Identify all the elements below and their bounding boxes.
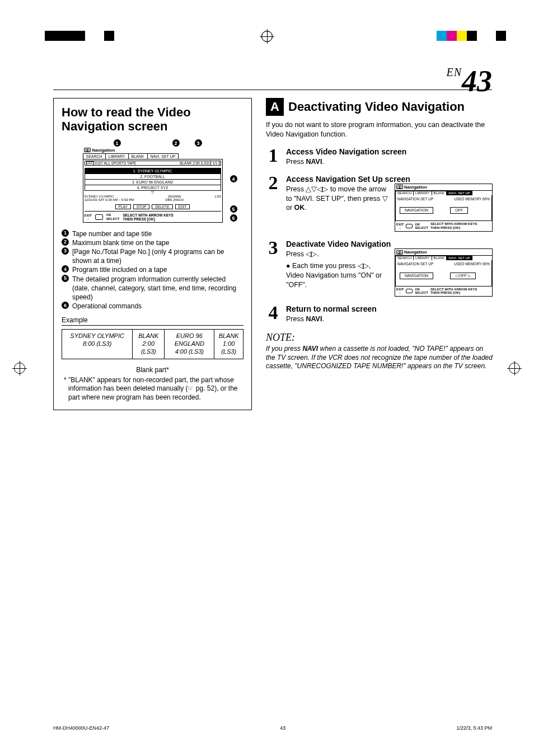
example-seg-4: BLANK 1:00 (LS3)	[214, 330, 243, 358]
step-2-osd: Navigation SEARCH LIBRARY BLANK NAVI. SE…	[395, 184, 493, 232]
registration-crosshair-bottom	[261, 31, 273, 42]
step-3-title: Deactivate Video Navigation	[286, 240, 493, 248]
page-number: EN43	[446, 66, 492, 96]
cmd-stop: STOP	[133, 204, 150, 209]
step-3-osd: Navigation SEARCH LIBRARY BLANK NAVI. SE…	[395, 248, 493, 297]
nav-footer-help: EXIT OKSELECT SELECT WITH ARROW KEYS THE…	[85, 211, 221, 221]
cassette-icon	[84, 148, 91, 152]
arrow-down-icon: ↓	[399, 291, 401, 294]
remote-icon	[95, 214, 103, 220]
tape-info-row: VHS 0107 ALL SPORTS TAPE BLANK 2:00 (LS3…	[85, 161, 221, 166]
legend-6: Operational commands	[72, 302, 142, 311]
step-4-title: Return to normal screen	[286, 304, 493, 313]
cassette-icon	[396, 250, 403, 255]
step-3-text: Press ◁▷. Each time you press ◁▷, Video …	[286, 250, 390, 297]
section-header: A Deactivating Video Navigation	[266, 98, 493, 116]
example-seg-2: BLANK 2:00 (LS3)	[133, 330, 165, 358]
legend-4: Program title included on a tape	[72, 265, 167, 274]
tape-title: ALL SPORTS TAPE	[104, 161, 137, 165]
registration-crosshair-right	[507, 361, 522, 375]
arrow-down-icon	[87, 217, 89, 220]
cassette-icon	[396, 185, 403, 189]
tab-search: SEARCH	[83, 153, 106, 159]
nav-screen-diagram: 1 2 3 4 5 6 Navigation SEARCH LIBRARY BL…	[83, 139, 223, 223]
detail-time: 12/21/02 SAT 6:30 AM – 5:53 PM	[85, 198, 134, 201]
section-letter: A	[266, 98, 284, 116]
tape-id: 0107	[95, 161, 103, 165]
cmd-edit: EDIT	[175, 204, 190, 209]
footer-ok: OK	[106, 213, 120, 217]
pager: 1/1	[210, 161, 219, 166]
footer-file: HM-DH40000U-EN42-47	[53, 725, 109, 731]
arrow-down-icon: ↓	[399, 226, 401, 229]
callout-2: 2	[172, 137, 180, 144]
tab-library: LIBRARY	[105, 153, 129, 159]
detail-speed: LS3	[215, 195, 221, 201]
detail-row: SYDNEY OLYMPIC 12/21/02 SAT 6:30 AM – 5:…	[85, 194, 221, 202]
registration-crosshair-left	[12, 361, 27, 375]
cmd-play: PLAY	[115, 204, 131, 209]
note-heading: NOTE:	[266, 332, 493, 344]
callout-1: 1	[114, 137, 121, 144]
step-3: 3 Deactivate Video Navigation Press ◁▷. …	[266, 240, 493, 297]
footer-datetime: 1/22/3, 5:43 PM	[456, 725, 492, 731]
legend-list: 1Tape number and tape title 2Maximum bla…	[62, 229, 243, 311]
legend-1: Tape number and tape title	[72, 229, 152, 238]
example-seg-3: EURO 96 ENGLAND 4:00 (LS3)	[165, 330, 214, 358]
note-text: If you press NAVI when a cassette is not…	[266, 345, 493, 371]
legend-3: [Page No./Total Page No.] (only 4 progra…	[72, 247, 243, 265]
step-1-text: Press NAVI.	[286, 157, 493, 167]
blank-part-label: Blank part*	[136, 366, 169, 374]
footer-help-text: SELECT WITH ARROW KEYS THEN PRESS [OK]	[123, 213, 174, 221]
step-1: 1 Access Video Navigation screen Press N…	[266, 147, 493, 167]
tab-blank: BLANK	[128, 153, 148, 159]
header-rule	[53, 90, 492, 90]
blank-footnote: * "BLANK" appears for non-recorded part,…	[62, 376, 243, 402]
section-title: Deactivating Video Navigation	[288, 100, 465, 114]
callout-4: 4	[230, 173, 237, 180]
example-tape-diagram: SYDNEY OLYMPIC 8:00 (LS3) BLANK 2:00 (LS…	[62, 329, 243, 359]
remote-icon	[406, 289, 413, 293]
detail-mid: (5H20M) DBS 246CH	[165, 195, 184, 201]
callout-3: 3	[195, 137, 202, 144]
example-seg-1: SYDNEY OLYMPIC 8:00 (LS3)	[62, 330, 133, 358]
print-footer: HM-DH40000U-EN42-47 43 1/22/3, 5:43 PM	[53, 725, 492, 731]
program-list: 1. SYDNEY OLYMPIC 2. FOOTBALL 3. EURO 96…	[85, 168, 221, 195]
step-2-title: Access Navigation Set Up screen	[286, 175, 493, 184]
legend-2: Maximum blank time on the tape	[72, 238, 169, 247]
legend-5: The detailed program information current…	[72, 275, 243, 302]
page-lang-prefix: EN	[446, 66, 462, 78]
footer-select-label: SELECT	[106, 217, 120, 221]
registration-bar-right	[437, 31, 506, 41]
tab-navisetup: NAVI. SET UP	[147, 153, 179, 159]
callout-5: 5	[230, 203, 237, 210]
command-row: PLAY STOP DELETE EDIT	[85, 204, 221, 209]
callout-6: 6	[230, 212, 237, 219]
page-number-value: 43	[462, 64, 492, 98]
blank-time: BLANK 2:00 (LS3)	[180, 161, 209, 165]
cmd-delete: DELETE	[152, 204, 172, 209]
section-intro: If you do not want to store program info…	[266, 120, 493, 139]
step-4: 4 Return to normal screen Press NAVI.	[266, 304, 493, 324]
nav-screen-title: Navigation	[83, 147, 223, 153]
step-2: 2 Access Navigation Set Up screen Press …	[266, 175, 493, 232]
registration-bar-left	[45, 31, 114, 41]
step-2-text: Press △▽◁▷ to move the arrow to "NAVI. S…	[286, 185, 390, 232]
how-to-read-title: How to read the Video Navigation screen	[62, 105, 243, 134]
footer-page: 43	[280, 725, 285, 731]
example-header: Example	[62, 316, 243, 326]
how-to-read-box: How to read the Video Navigation screen …	[53, 98, 252, 410]
step-1-title: Access Video Navigation screen	[286, 147, 493, 156]
step-4-text: Press NAVI.	[286, 314, 493, 324]
blank-part-label-row: Blank part*	[62, 366, 243, 374]
remote-icon	[406, 224, 413, 228]
nav-tabs: SEARCH LIBRARY BLANK NAVI. SET UP	[83, 153, 223, 159]
nav-screen-logo: Navigation	[92, 148, 115, 153]
